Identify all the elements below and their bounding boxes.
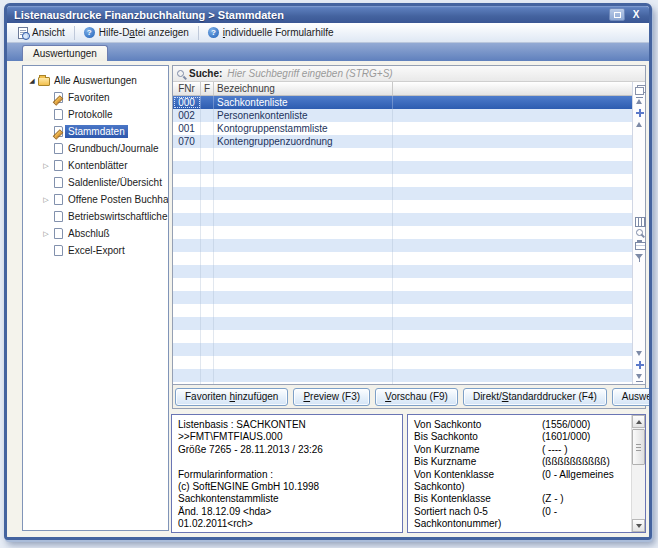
table-row[interactable]	[173, 265, 632, 278]
fnr-cell	[173, 200, 201, 213]
table-row[interactable]: 001Kontogruppenstammliste	[173, 122, 632, 135]
collapsed-icon[interactable]: ▷	[41, 162, 51, 170]
filter-icon[interactable]	[634, 252, 645, 262]
tab-auswertungen[interactable]: Auswertungen	[22, 45, 108, 61]
scrollbar-down-button[interactable]	[632, 519, 645, 532]
toolbar-item-hilfe-datei-anzeigen[interactable]: ?Hilfe-Datei anzeigen	[77, 25, 196, 40]
tree-item-label: Betriebswirtschaftliche Auswertungen	[65, 210, 169, 223]
tree-item-grundbuch-journale[interactable]: Grundbuch/Journale	[27, 140, 166, 157]
collapsed-icon[interactable]: ▷	[41, 230, 51, 238]
bezeichnung-cell	[214, 174, 393, 187]
table-row[interactable]	[173, 330, 632, 343]
tree-item-kontenblaetter[interactable]: ▷Kontenblätter	[27, 157, 166, 174]
extra-cell	[393, 200, 632, 213]
table-row[interactable]: 002Personenkontenliste	[173, 109, 632, 122]
document-icon	[51, 160, 65, 171]
tree-item-label: Stammdaten	[65, 125, 128, 138]
table-row[interactable]	[173, 213, 632, 226]
table-row[interactable]: 000Sachkontenliste	[173, 96, 632, 109]
scroll-top-icon[interactable]	[634, 96, 645, 106]
collapsed-icon[interactable]: ▷	[41, 196, 51, 204]
tree-item-alle-auswertungen[interactable]: ◢Alle Auswertungen	[27, 72, 166, 89]
list-tool-strip	[632, 82, 645, 384]
table-row[interactable]	[173, 252, 632, 265]
scroll-bottom-icon[interactable]	[634, 372, 645, 382]
table-row[interactable]	[173, 187, 632, 200]
range-row: Bis Sachkonto(1601/000)	[414, 431, 629, 443]
scrollbar-track[interactable]	[632, 466, 645, 519]
column-header-fnr[interactable]: FNr	[173, 82, 201, 95]
table-row[interactable]	[173, 343, 632, 356]
range-label: Sachkonto)	[414, 481, 542, 493]
table-row[interactable]	[173, 161, 632, 174]
table-row[interactable]: 070Kontengruppenzuordnung	[173, 135, 632, 148]
move-up-icon[interactable]	[634, 108, 645, 118]
folder-icon	[37, 75, 51, 86]
favoriten-hinzufuegen-button[interactable]: Favoriten hinzufügen	[175, 388, 288, 406]
copy-icon[interactable]	[634, 84, 645, 94]
scrollbar-up-button[interactable]	[632, 415, 645, 428]
fnr-cell	[173, 252, 201, 265]
flag-cell	[201, 239, 214, 252]
fnr-cell	[173, 187, 201, 200]
zoom-icon[interactable]	[634, 228, 645, 238]
table-row[interactable]	[173, 174, 632, 187]
table-row[interactable]	[173, 200, 632, 213]
document-icon	[51, 228, 65, 239]
columns-icon[interactable]	[634, 216, 645, 226]
table-row[interactable]	[173, 304, 632, 317]
preview-f3-button[interactable]: Preview (F3)	[293, 388, 370, 406]
toolbar-item-ansicht[interactable]: Ansicht	[11, 25, 72, 41]
table-row[interactable]	[173, 356, 632, 369]
tree-item-betriebswirtschaftliche-auswertungen[interactable]: Betriebswirtschaftliche Auswertungen	[27, 208, 166, 225]
page-up-icon[interactable]	[634, 120, 645, 130]
range-row: Von Kurzname( ---- )	[414, 444, 629, 456]
document-icon	[51, 194, 65, 205]
flag-cell	[201, 200, 214, 213]
close-button[interactable]: X	[628, 8, 644, 21]
flag-cell	[201, 96, 214, 109]
bezeichnung-cell	[214, 265, 393, 278]
restore-button[interactable]	[609, 8, 625, 21]
table-row[interactable]	[173, 291, 632, 304]
table-row[interactable]	[173, 226, 632, 239]
search-placeholder: Hier Suchbegriff eingeben (STRG+S)	[227, 68, 392, 79]
search-bar[interactable]: Suche: Hier Suchbegriff eingeben (STRG+S…	[173, 66, 645, 82]
tree-item-excel-export[interactable]: Excel-Export	[27, 242, 166, 259]
range-value: (0 - Allgemeines	[542, 469, 629, 481]
column-header-extra[interactable]	[393, 82, 632, 95]
tree-item-offene-posten-buchhaltung[interactable]: ▷Offene Posten Buchhaltung	[27, 191, 166, 208]
tree-item-saldenliste-uebersicht[interactable]: Saldenliste/Übersicht	[27, 174, 166, 191]
print-icon[interactable]	[634, 240, 645, 250]
bezeichnung-cell	[214, 213, 393, 226]
flag-cell	[201, 278, 214, 291]
fnr-cell	[173, 317, 201, 330]
grid: FNrFBezeichnung 000Sachkontenliste002Per…	[173, 82, 632, 384]
table-row[interactable]	[173, 278, 632, 291]
toolbar-item-individuelle-formularhilfe[interactable]: ?individuelle Formularhilfe	[201, 25, 341, 40]
column-header-f[interactable]: F	[201, 82, 214, 95]
direkt-standarddrucker-f4-button[interactable]: Direkt/Standarddrucker (F4)	[463, 388, 607, 406]
range-label: Von Kurzname	[414, 444, 542, 456]
tree-item-label: Kontenblätter	[65, 159, 131, 172]
column-header-bezeichnung[interactable]: Bezeichnung	[214, 82, 393, 95]
move-down-icon[interactable]	[634, 360, 645, 370]
table-row[interactable]	[173, 148, 632, 161]
auswertung-drucken-button[interactable]: Auswertung drucken	[612, 388, 652, 406]
bezeichnung-cell	[214, 278, 393, 291]
fnr-cell	[173, 356, 201, 369]
app-window: Listenausdrucke Finanzbuchhaltung > Stam…	[4, 3, 652, 540]
expanded-icon[interactable]: ◢	[27, 77, 37, 85]
range-value	[542, 518, 629, 530]
table-row[interactable]	[173, 369, 632, 382]
table-row[interactable]	[173, 317, 632, 330]
tree-item-favoriten[interactable]: Favoriten	[27, 89, 166, 106]
vorschau-f9-button[interactable]: Vorschau (F9)	[375, 388, 458, 406]
table-row[interactable]	[173, 239, 632, 252]
tree-item-stammdaten[interactable]: Stammdaten	[27, 123, 166, 140]
info-line	[178, 456, 396, 468]
page-down-icon[interactable]	[634, 348, 645, 358]
scrollbar-thumb[interactable]	[632, 429, 645, 465]
tree-item-abschluss[interactable]: ▷Abschluß	[27, 225, 166, 242]
tree-item-protokolle[interactable]: Protokolle	[27, 106, 166, 123]
